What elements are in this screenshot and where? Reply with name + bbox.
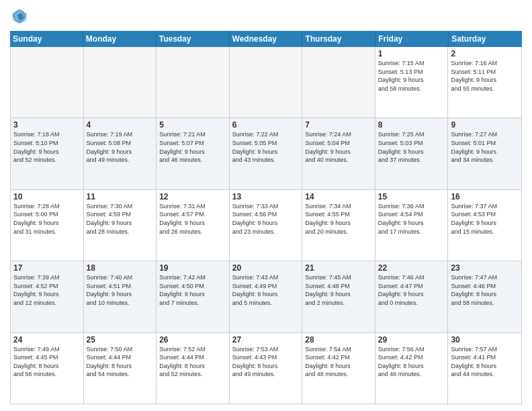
day-detail: Sunrise: 7:37 AMSunset: 4:53 PMDaylight:… [451,202,519,236]
day-cell-18: 18Sunrise: 7:40 AMSunset: 4:51 PMDayligh… [84,261,157,332]
day-number: 23 [451,263,519,273]
day-cell-2: 2Sunrise: 7:16 AMSunset: 5:11 PMDaylight… [448,47,521,118]
day-cell-14: 14Sunrise: 7:34 AMSunset: 4:55 PMDayligh… [302,190,375,261]
day-number: 14 [305,192,372,201]
day-cell-9: 9Sunrise: 7:27 AMSunset: 5:01 PMDaylight… [448,118,521,189]
day-cell-29: 29Sunrise: 7:56 AMSunset: 4:42 PMDayligh… [375,333,449,404]
calendar-row-3: 17Sunrise: 7:39 AMSunset: 4:52 PMDayligh… [11,261,521,332]
day-detail: Sunrise: 7:30 AMSunset: 4:59 PMDaylight:… [87,202,154,236]
day-number: 16 [451,192,519,201]
day-number: 29 [378,335,445,345]
page: SundayMondayTuesdayWednesdayThursdayFrid… [0,0,532,411]
logo-icon [10,7,29,26]
day-detail: Sunrise: 7:54 AMSunset: 4:42 PMDaylight:… [305,345,372,379]
day-number: 12 [159,192,226,201]
day-detail: Sunrise: 7:53 AMSunset: 4:43 PMDaylight:… [232,345,300,379]
day-detail: Sunrise: 7:57 AMSunset: 4:41 PMDaylight:… [451,345,519,379]
day-cell-20: 20Sunrise: 7:43 AMSunset: 4:49 PMDayligh… [230,261,303,332]
day-number: 18 [87,263,154,273]
day-cell-30: 30Sunrise: 7:57 AMSunset: 4:41 PMDayligh… [448,333,521,404]
day-number: 8 [378,120,445,130]
day-cell-17: 17Sunrise: 7:39 AMSunset: 4:52 PMDayligh… [11,261,84,332]
day-cell-16: 16Sunrise: 7:37 AMSunset: 4:53 PMDayligh… [448,190,521,261]
day-detail: Sunrise: 7:19 AMSunset: 5:08 PMDaylight:… [87,130,154,164]
day-cell-6: 6Sunrise: 7:22 AMSunset: 5:05 PMDaylight… [230,118,303,189]
empty-cell [11,47,84,118]
day-number: 24 [13,335,81,345]
day-number: 21 [305,263,372,273]
header-day-friday: Friday [375,31,449,47]
day-cell-1: 1Sunrise: 7:15 AMSunset: 5:13 PMDaylight… [375,47,449,118]
calendar-body-wrapper: 1Sunrise: 7:15 AMSunset: 5:13 PMDaylight… [10,47,522,404]
day-cell-27: 27Sunrise: 7:53 AMSunset: 4:43 PMDayligh… [230,333,303,404]
day-number: 13 [232,192,300,201]
day-detail: Sunrise: 7:40 AMSunset: 4:51 PMDaylight:… [87,273,154,307]
day-cell-8: 8Sunrise: 7:25 AMSunset: 5:03 PMDaylight… [375,118,449,189]
day-number: 6 [232,120,300,130]
day-detail: Sunrise: 7:56 AMSunset: 4:42 PMDaylight:… [378,345,445,379]
day-detail: Sunrise: 7:42 AMSunset: 4:50 PMDaylight:… [159,273,226,307]
day-detail: Sunrise: 7:52 AMSunset: 4:44 PMDaylight:… [159,345,226,379]
day-number: 27 [232,335,300,345]
day-detail: Sunrise: 7:21 AMSunset: 5:07 PMDaylight:… [159,130,226,164]
day-cell-5: 5Sunrise: 7:21 AMSunset: 5:07 PMDaylight… [157,118,230,189]
empty-cell [84,47,157,118]
day-detail: Sunrise: 7:34 AMSunset: 4:55 PMDaylight:… [305,202,372,236]
day-cell-19: 19Sunrise: 7:42 AMSunset: 4:50 PMDayligh… [157,261,230,332]
day-number: 7 [305,120,372,130]
day-number: 19 [159,263,226,273]
day-number: 26 [159,335,226,345]
day-number: 1 [378,49,445,58]
empty-cell [230,47,303,118]
calendar: SundayMondayTuesdayWednesdayThursdayFrid… [10,31,522,404]
empty-cell [157,47,230,118]
day-number: 15 [378,192,445,201]
day-number: 11 [87,192,154,201]
day-number: 10 [13,192,81,201]
day-detail: Sunrise: 7:16 AMSunset: 5:11 PMDaylight:… [451,59,519,93]
day-cell-28: 28Sunrise: 7:54 AMSunset: 4:42 PMDayligh… [302,333,375,404]
day-number: 28 [305,335,372,345]
day-cell-12: 12Sunrise: 7:31 AMSunset: 4:57 PMDayligh… [157,190,230,261]
day-cell-15: 15Sunrise: 7:36 AMSunset: 4:54 PMDayligh… [375,190,449,261]
day-detail: Sunrise: 7:43 AMSunset: 4:49 PMDaylight:… [232,273,300,307]
day-number: 20 [232,263,300,273]
day-number: 30 [451,335,519,345]
day-number: 4 [87,120,154,130]
day-detail: Sunrise: 7:22 AMSunset: 5:05 PMDaylight:… [232,130,300,164]
day-detail: Sunrise: 7:47 AMSunset: 4:46 PMDaylight:… [451,273,519,307]
day-cell-24: 24Sunrise: 7:49 AMSunset: 4:45 PMDayligh… [11,333,84,404]
calendar-header: SundayMondayTuesdayWednesdayThursdayFrid… [10,31,522,47]
calendar-row-2: 10Sunrise: 7:28 AMSunset: 5:00 PMDayligh… [11,190,521,261]
day-detail: Sunrise: 7:33 AMSunset: 4:56 PMDaylight:… [232,202,300,236]
day-cell-3: 3Sunrise: 7:18 AMSunset: 5:10 PMDaylight… [11,118,84,189]
day-number: 5 [159,120,226,130]
day-cell-13: 13Sunrise: 7:33 AMSunset: 4:56 PMDayligh… [230,190,303,261]
logo [10,7,32,26]
day-number: 3 [13,120,81,130]
header-day-thursday: Thursday [302,31,375,47]
day-detail: Sunrise: 7:15 AMSunset: 5:13 PMDaylight:… [378,59,445,93]
day-number: 9 [451,120,519,130]
day-detail: Sunrise: 7:28 AMSunset: 5:00 PMDaylight:… [13,202,81,236]
day-cell-21: 21Sunrise: 7:45 AMSunset: 4:48 PMDayligh… [302,261,375,332]
day-cell-22: 22Sunrise: 7:46 AMSunset: 4:47 PMDayligh… [375,261,449,332]
calendar-row-0: 1Sunrise: 7:15 AMSunset: 5:13 PMDaylight… [11,47,521,118]
day-detail: Sunrise: 7:24 AMSunset: 5:04 PMDaylight:… [305,130,372,164]
day-number: 22 [378,263,445,273]
day-cell-11: 11Sunrise: 7:30 AMSunset: 4:59 PMDayligh… [84,190,157,261]
day-detail: Sunrise: 7:25 AMSunset: 5:03 PMDaylight:… [378,130,445,164]
day-detail: Sunrise: 7:18 AMSunset: 5:10 PMDaylight:… [13,130,81,164]
header-day-saturday: Saturday [449,31,522,47]
day-detail: Sunrise: 7:50 AMSunset: 4:44 PMDaylight:… [87,345,154,379]
day-detail: Sunrise: 7:27 AMSunset: 5:01 PMDaylight:… [451,130,519,164]
day-detail: Sunrise: 7:39 AMSunset: 4:52 PMDaylight:… [13,273,81,307]
day-detail: Sunrise: 7:31 AMSunset: 4:57 PMDaylight:… [159,202,226,236]
day-detail: Sunrise: 7:46 AMSunset: 4:47 PMDaylight:… [378,273,445,307]
day-number: 17 [13,263,81,273]
empty-cell [302,47,375,118]
day-detail: Sunrise: 7:49 AMSunset: 4:45 PMDaylight:… [13,345,81,379]
day-number: 2 [451,49,519,58]
header-day-tuesday: Tuesday [157,31,230,47]
day-cell-26: 26Sunrise: 7:52 AMSunset: 4:44 PMDayligh… [157,333,230,404]
